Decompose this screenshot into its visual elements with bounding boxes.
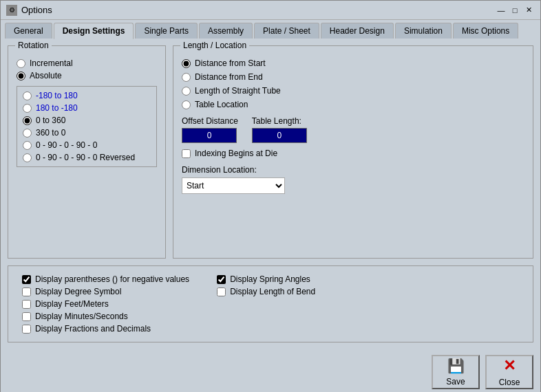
- checkbox-display-feet[interactable]: Display Feet/Meters: [22, 299, 189, 309]
- checkbox-display-degree[interactable]: Display Degree Symbol: [22, 287, 189, 296]
- radio-table-location-input[interactable]: [182, 100, 191, 109]
- window-icon: ⚙: [6, 5, 17, 16]
- minimize-button[interactable]: —: [495, 4, 507, 17]
- close-label: Close: [499, 378, 520, 387]
- checkbox-display-fractions[interactable]: Display Fractions and Decimals: [22, 324, 189, 334]
- save-label: Save: [446, 377, 465, 386]
- footer: 💾 Save ✕ Close: [1, 349, 540, 392]
- checkbox-display-parens[interactable]: Display parentheses () for negative valu…: [22, 274, 189, 284]
- radio-distance-start[interactable]: Distance from Start: [182, 58, 524, 68]
- bottom-right-checkboxes: Display Spring Angles Display Length of …: [217, 274, 315, 334]
- close-button[interactable]: ✕ Close: [485, 355, 533, 389]
- checkbox-display-length-bend[interactable]: Display Length of Bend: [217, 287, 315, 296]
- save-icon: 💾: [447, 358, 465, 374]
- radio-length-straight[interactable]: Length of Straight Tube: [182, 86, 524, 96]
- radio-0-360[interactable]: 0 to 360: [23, 116, 151, 125]
- window-title: Options: [21, 5, 52, 15]
- tab-assembly[interactable]: Assembly: [199, 23, 253, 39]
- radio-distance-end[interactable]: Distance from End: [182, 72, 524, 82]
- checkbox-display-degree-label: Display Degree Symbol: [35, 287, 121, 296]
- checkbox-display-length-bend-input[interactable]: [217, 287, 226, 296]
- bottom-left-checkboxes: Display parentheses () for negative valu…: [22, 274, 189, 334]
- radio-neg180-180[interactable]: -180 to 180: [23, 91, 151, 100]
- checkbox-display-fractions-label: Display Fractions and Decimals: [35, 324, 151, 334]
- table-length-label: Table Length:: [252, 116, 307, 126]
- indexing-checkbox-item[interactable]: Indexing Begins at Die: [182, 149, 277, 158]
- radio-neg180-180-input[interactable]: [23, 91, 32, 100]
- checkbox-display-degree-input[interactable]: [22, 287, 31, 296]
- tab-single-parts[interactable]: Single Parts: [135, 23, 198, 39]
- radio-0-90-0-rev-label: 0 - 90 - 0 - 90 - 0 Reversed: [36, 153, 135, 162]
- indexing-checkbox-input[interactable]: [182, 149, 191, 158]
- rotation-range-box: -180 to 180 180 to -180 0 to 360 360 to …: [17, 86, 157, 167]
- offset-distance-group: Offset Distance: [182, 116, 238, 143]
- radio-distance-start-input[interactable]: [182, 59, 191, 68]
- checkbox-display-minutes-input[interactable]: [22, 312, 31, 321]
- radio-360-0-input[interactable]: [23, 129, 32, 138]
- radio-table-location[interactable]: Table Location: [182, 100, 524, 109]
- length-panel-title: Length / Location: [180, 41, 249, 50]
- checkbox-display-minutes[interactable]: Display Minutes/Seconds: [22, 312, 189, 321]
- radio-length-straight-input[interactable]: [182, 87, 191, 96]
- radio-distance-end-label: Distance from End: [195, 72, 263, 82]
- indexing-label: Indexing Begins at Die: [195, 149, 277, 158]
- radio-absolute[interactable]: Absolute: [17, 71, 157, 80]
- radio-180-neg180-input[interactable]: [23, 104, 32, 113]
- rotation-mode-group: Incremental Absolute: [17, 58, 157, 80]
- checkbox-display-length-bend-label: Display Length of Bend: [230, 287, 315, 296]
- radio-180-neg180[interactable]: 180 to -180: [23, 103, 151, 113]
- dimension-location-select[interactable]: Start End Middle: [182, 177, 285, 194]
- offset-distance-label: Offset Distance: [182, 116, 238, 126]
- radio-length-straight-label: Length of Straight Tube: [195, 86, 281, 96]
- checkbox-display-minutes-label: Display Minutes/Seconds: [35, 312, 128, 321]
- checkbox-display-parens-label: Display parentheses () for negative valu…: [35, 274, 189, 284]
- checkbox-display-spring-input[interactable]: [217, 275, 226, 284]
- radio-0-90-0-input[interactable]: [23, 141, 32, 150]
- radio-0-90-0-rev-input[interactable]: [23, 153, 32, 162]
- close-icon: ✕: [503, 357, 516, 375]
- radio-distance-end-input[interactable]: [182, 73, 191, 82]
- window-close-button[interactable]: ✕: [522, 4, 535, 17]
- radio-absolute-input[interactable]: [17, 72, 25, 80]
- offset-distance-input[interactable]: [182, 128, 237, 143]
- tab-design-settings[interactable]: Design Settings: [54, 23, 134, 39]
- top-panels: Rotation Incremental Absolute -180 to 18…: [8, 45, 533, 259]
- title-controls: — □ ✕: [495, 4, 535, 17]
- checkbox-display-spring-label: Display Spring Angles: [230, 274, 310, 284]
- length-panel: Length / Location Distance from Start Di…: [173, 45, 533, 259]
- radio-360-0[interactable]: 360 to 0: [23, 128, 151, 138]
- radio-0-90-0-rev[interactable]: 0 - 90 - 0 - 90 - 0 Reversed: [23, 153, 151, 162]
- radio-distance-start-label: Distance from Start: [195, 58, 266, 68]
- radio-incremental-label: Incremental: [30, 58, 73, 68]
- checkbox-display-feet-input[interactable]: [22, 300, 31, 309]
- tab-plate-sheet[interactable]: Plate / Sheet: [254, 23, 319, 39]
- rotation-panel-title: Rotation: [15, 41, 52, 50]
- checkbox-display-fractions-input[interactable]: [22, 325, 31, 334]
- offset-table-row: Offset Distance Table Length:: [182, 116, 524, 143]
- radio-180-neg180-label: 180 to -180: [36, 103, 78, 113]
- tab-misc-options[interactable]: Misc Options: [453, 23, 518, 39]
- radio-incremental-input[interactable]: [17, 59, 25, 68]
- tab-general[interactable]: General: [5, 23, 52, 39]
- tab-header-design[interactable]: Header Design: [321, 23, 394, 39]
- radio-incremental[interactable]: Incremental: [17, 58, 157, 68]
- dimension-location-label: Dimension Location:: [182, 165, 524, 175]
- radio-0-360-input[interactable]: [23, 116, 32, 125]
- radio-0-360-label: 0 to 360: [36, 116, 65, 125]
- maximize-button[interactable]: □: [509, 4, 521, 17]
- table-length-input[interactable]: [252, 128, 307, 143]
- radio-absolute-label: Absolute: [30, 71, 62, 80]
- table-length-group: Table Length:: [252, 116, 307, 143]
- title-bar-left: ⚙ Options: [6, 5, 52, 16]
- bottom-panels: Display parentheses () for negative valu…: [19, 274, 522, 334]
- radio-0-90-0[interactable]: 0 - 90 - 0 - 90 - 0: [23, 140, 151, 150]
- checkbox-display-parens-input[interactable]: [22, 275, 31, 284]
- radio-neg180-180-label: -180 to 180: [36, 91, 78, 100]
- options-window: ⚙ Options — □ ✕ General Design Settings …: [0, 0, 541, 392]
- checkbox-display-spring[interactable]: Display Spring Angles: [217, 274, 315, 284]
- indexing-row: Indexing Begins at Die: [182, 149, 524, 158]
- save-button[interactable]: 💾 Save: [432, 355, 480, 389]
- radio-table-location-label: Table Location: [195, 100, 248, 109]
- tab-simulation[interactable]: Simulation: [395, 23, 452, 39]
- rotation-panel: Rotation Incremental Absolute -180 to 18…: [8, 45, 166, 259]
